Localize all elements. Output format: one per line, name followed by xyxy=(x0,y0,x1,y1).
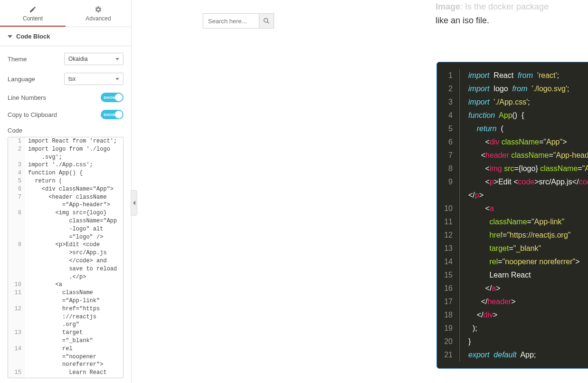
copy-to-clipboard-label: Copy to Clipboard xyxy=(8,111,57,118)
line-numbers-label: Line Numbers xyxy=(8,94,46,101)
chevron-down-icon xyxy=(115,58,119,60)
language-label: Language xyxy=(8,76,35,83)
language-select[interactable]: tsx xyxy=(64,73,123,85)
copy-to-clipboard-toggle[interactable]: SHOW xyxy=(101,110,123,119)
theme-value: Okaidia xyxy=(68,56,88,62)
code-preview-block[interactable]: 1import React from 'react';2import logo … xyxy=(436,62,588,369)
theme-select[interactable]: Okaidia xyxy=(64,53,123,65)
tab-advanced[interactable]: Advanced xyxy=(66,0,131,27)
section-header[interactable]: Code Block xyxy=(0,27,131,46)
sidebar-tabs: Content Advanced xyxy=(0,0,131,27)
pencil-icon xyxy=(29,6,37,13)
search-icon xyxy=(263,17,270,25)
tab-content-label: Content xyxy=(23,15,43,22)
fields-panel: Theme Okaidia Language tsx Line Numbers … xyxy=(0,46,131,383)
line-numbers-toggle[interactable]: SHOW xyxy=(101,93,123,102)
chevron-down-icon xyxy=(115,78,119,80)
search-input[interactable] xyxy=(203,13,259,29)
code-editor[interactable]: 1import React from 'react';2import logo … xyxy=(8,137,123,378)
caret-down-icon xyxy=(8,35,12,38)
main-area: Image: Is the docker package like an iso… xyxy=(132,0,588,383)
svg-line-1 xyxy=(267,22,269,23)
language-value: tsx xyxy=(68,76,76,82)
tab-content[interactable]: Content xyxy=(0,0,66,27)
tab-advanced-label: Advanced xyxy=(85,15,111,22)
section-title-text: Code Block xyxy=(16,33,50,40)
gear-icon xyxy=(95,6,102,13)
search-button[interactable] xyxy=(259,13,274,29)
code-label: Code xyxy=(8,127,123,134)
body-text: Image: Is the docker package like an iso… xyxy=(436,0,549,28)
sidebar: Content Advanced Code Block Theme Okaidi… xyxy=(0,0,132,383)
svg-point-0 xyxy=(264,19,268,22)
theme-label: Theme xyxy=(8,56,27,63)
